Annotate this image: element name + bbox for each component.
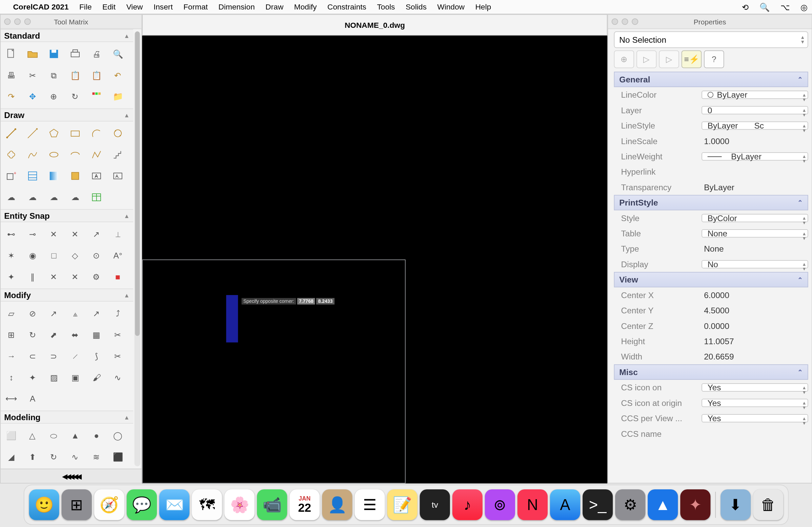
pyramid-icon[interactable]: △ [23, 426, 42, 445]
section-standard[interactable]: Standard▲ [1, 29, 133, 42]
section-draw[interactable]: Draw▲ [1, 109, 133, 122]
app-name[interactable]: CorelCAD 2021 [13, 2, 69, 11]
menu-insert[interactable]: Insert [154, 2, 173, 11]
polygon-icon[interactable] [44, 124, 63, 143]
linestyle-value[interactable]: ByLayer Sc▴▾ [701, 121, 808, 130]
window-controls[interactable] [612, 18, 638, 25]
pick-add-icon[interactable]: ⊕ [614, 50, 634, 68]
pattern-icon[interactable]: ▦ [87, 325, 106, 344]
menu-file[interactable]: File [79, 2, 92, 11]
sphere-icon[interactable]: ● [87, 426, 106, 445]
notes-icon[interactable]: 📝 [387, 489, 418, 520]
dynamic-y[interactable]: 8.2433 [316, 298, 334, 304]
spline-icon[interactable] [23, 145, 42, 164]
style-value[interactable]: ByColor▴▾ [701, 213, 808, 223]
facetime-icon[interactable]: 📹 [257, 489, 287, 520]
new-icon[interactable] [2, 44, 21, 63]
launchpad-icon[interactable]: ⊞ [62, 489, 92, 520]
offset-icon[interactable]: ↗ [87, 304, 106, 323]
copy-tool-icon[interactable]: ↗ [44, 304, 63, 323]
podcasts-icon[interactable]: ⊚ [485, 489, 515, 520]
centery-value[interactable]: 4.5000 [701, 305, 808, 315]
cut-icon[interactable]: ✂ [23, 66, 42, 85]
group-general[interactable]: General⌃ [614, 72, 808, 87]
trash-icon[interactable]: 🗑 [753, 489, 783, 520]
window-controls[interactable] [4, 18, 31, 25]
esnap-clear-icon[interactable]: ■ [108, 267, 127, 286]
appletv-icon[interactable]: tv [420, 489, 450, 520]
redo-icon[interactable]: ↷ [2, 87, 21, 106]
array-icon[interactable]: ⊞ [2, 325, 21, 344]
edit-polyline-icon[interactable]: ∿ [108, 368, 127, 387]
menu-format[interactable]: Format [183, 2, 208, 11]
properties-titlebar[interactable]: Properties [608, 15, 812, 29]
bring-front-icon[interactable]: ▣ [66, 368, 85, 387]
calendar-icon[interactable]: JAN22 [289, 489, 320, 520]
menu-solids[interactable]: Solids [406, 2, 427, 11]
messages-icon[interactable]: 💬 [127, 489, 157, 520]
copy-icon[interactable]: ⧉ [44, 66, 63, 85]
centerz-value[interactable]: 0.0000 [701, 321, 808, 331]
esnap-extension-icon[interactable]: ↗ [87, 225, 106, 243]
line-icon[interactable] [2, 124, 21, 143]
gradient-icon[interactable] [44, 167, 63, 185]
cylinder-icon[interactable]: ⬭ [44, 426, 63, 445]
esnap-none-icon[interactable]: ✕ [66, 267, 85, 286]
terminal-icon[interactable]: >_ [583, 489, 613, 520]
group-misc[interactable]: Misc⌃ [614, 364, 808, 380]
quick-select-icon[interactable]: ▷ [636, 50, 656, 68]
text-icon[interactable]: A [87, 167, 106, 185]
rectangle-icon[interactable] [66, 124, 85, 143]
selection-combo[interactable]: No Selection ▴▾ [614, 31, 808, 48]
tool-matrix-scrollbar[interactable] [134, 31, 140, 466]
cloud-rect-icon[interactable]: ☁ [2, 188, 21, 207]
sweep-icon[interactable]: ∿ [66, 447, 85, 466]
downloads-icon[interactable]: ⬇ [721, 489, 751, 520]
wedge-icon[interactable]: ◢ [2, 447, 21, 466]
corelcad-icon[interactable]: ✦ [680, 489, 710, 520]
change-icon[interactable]: ✦ [23, 368, 42, 387]
arc-icon[interactable] [87, 124, 106, 143]
section-entity-snap[interactable]: Entity Snap▲ [1, 209, 133, 222]
mirror-icon[interactable]: ⟁ [66, 304, 85, 323]
undo-icon[interactable]: ↶ [108, 66, 127, 85]
insert-block-icon[interactable]: + [2, 167, 21, 185]
linescale-value[interactable]: 1.0000 [701, 136, 808, 146]
edit-text-icon[interactable]: A [23, 389, 42, 408]
section-modify[interactable]: Modify▲ [1, 289, 133, 301]
table-value[interactable]: None▴▾ [701, 229, 808, 238]
open-icon[interactable] [23, 44, 42, 63]
revolve-icon[interactable]: ↻ [44, 447, 63, 466]
stretch-icon[interactable]: ⬌ [66, 325, 85, 344]
tool-matrix-footer[interactable]: ◀◀◀◀◀ [1, 469, 142, 483]
menu-window[interactable]: Window [437, 2, 465, 11]
ellipse-icon[interactable] [44, 145, 63, 164]
menu-tools[interactable]: Tools [377, 2, 395, 11]
region-icon[interactable] [66, 167, 85, 185]
menu-help[interactable]: Help [475, 2, 491, 11]
esnap-settings-icon[interactable]: ⚙ [87, 267, 106, 286]
lineweight-value[interactable]: ByLayer▴▾ [701, 152, 808, 161]
print-preview-icon[interactable]: 🖨 [87, 44, 106, 63]
polyline-icon[interactable] [87, 145, 106, 164]
photos-icon[interactable]: 🌸 [224, 489, 255, 520]
ccsview-value[interactable]: Yes▴▾ [701, 413, 808, 423]
save-icon[interactable] [44, 44, 63, 63]
properties-icon[interactable] [87, 87, 106, 106]
print-icon[interactable] [66, 44, 85, 63]
fillet-icon[interactable]: ⟆ [87, 346, 106, 366]
group-view[interactable]: View⌃ [614, 272, 808, 287]
esnap-insert-icon[interactable]: ✦ [2, 267, 21, 286]
rotate-icon[interactable]: ↻ [23, 325, 42, 344]
control-center-icon[interactable]: ⌥ [781, 2, 790, 12]
wifi-icon[interactable]: ⟲ [742, 2, 749, 12]
menu-view[interactable]: View [127, 2, 143, 11]
csicon-value[interactable]: Yes▴▾ [701, 383, 808, 393]
esnap-from-icon[interactable]: ⊷ [2, 225, 21, 243]
transparency-value[interactable]: ByLayer [701, 183, 808, 192]
paste-icon[interactable]: 📋 [66, 66, 85, 85]
pan-icon[interactable]: ✥ [23, 87, 42, 106]
contacts-icon[interactable]: 👤 [322, 489, 352, 520]
torus-icon[interactable]: ◯ [108, 426, 127, 445]
match-props-icon[interactable]: 🖌 [87, 368, 106, 387]
